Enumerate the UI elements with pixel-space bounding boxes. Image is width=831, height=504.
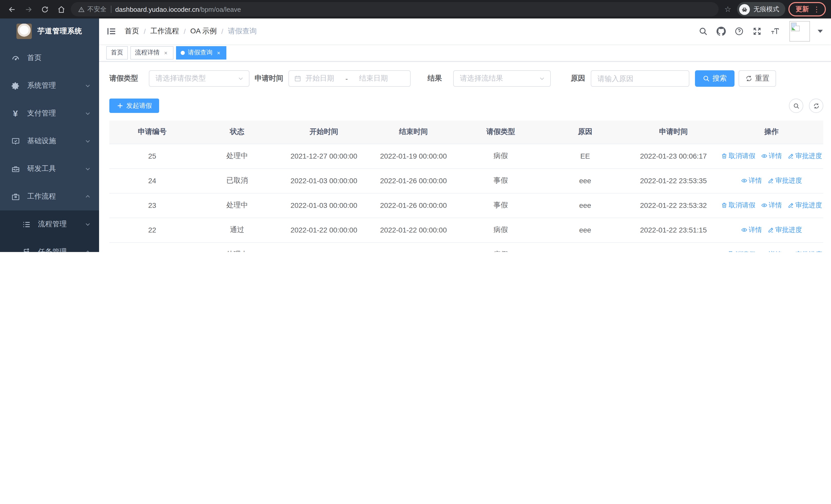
progress-action-link[interactable]: 审批进度	[787, 151, 822, 161]
progress-action-link[interactable]: 审批进度	[787, 201, 822, 210]
font-size-icon[interactable]	[768, 25, 782, 38]
browser-menu-icon[interactable]	[813, 5, 820, 13]
end-date-placeholder: 结束日期	[359, 74, 388, 83]
cell-actions: 详情审批进度	[720, 217, 823, 242]
flow-tree-icon	[22, 247, 31, 252]
calendar-icon	[294, 75, 301, 82]
breadcrumb-home[interactable]: 首页	[125, 27, 139, 36]
sidebar-logo[interactable]: 芋道管理系统	[0, 19, 99, 44]
sidebar-item-system[interactable]: 系统管理	[0, 72, 99, 99]
leave-type-select[interactable]: 请选择请假类型	[149, 70, 250, 87]
incognito-icon	[739, 4, 750, 14]
sidebar-item-process-mgmt[interactable]: 流程管理	[0, 210, 99, 238]
search-icon[interactable]	[696, 25, 710, 38]
sidebar-collapse-icon[interactable]	[106, 26, 116, 36]
cell-actions: 取消请假详情审批进度	[720, 242, 823, 252]
workflow-submenu: 流程管理 任务管理 我的流程 待办任务	[0, 210, 99, 252]
result-label: 结果	[428, 74, 442, 83]
sidebar-item-task-mgmt[interactable]: 任务管理	[0, 238, 99, 252]
close-icon[interactable]	[216, 50, 222, 56]
tag-home[interactable]: 首页	[106, 46, 128, 59]
detail-action-link[interactable]: 详情	[741, 225, 762, 235]
table-row[interactable]: 25处理中2021-12-27 00:00:002022-01-19 00:00…	[109, 144, 823, 168]
table-row[interactable]: 24已取消2022-01-03 00:00:002022-01-26 00:00…	[109, 168, 823, 193]
not-secure-warning[interactable]: 不安全	[78, 5, 107, 13]
create-leave-button[interactable]: 发起请假	[109, 98, 159, 113]
cell-applied: 2022-01-22 23:53:32	[627, 193, 720, 217]
cell-id: 21	[109, 242, 195, 252]
progress-action-link[interactable]: 审批进度	[787, 250, 822, 252]
breadcrumb-current: 请假查询	[228, 27, 257, 36]
chevron-down-icon	[85, 83, 91, 89]
cancel-action-link[interactable]: 取消请假	[721, 151, 755, 161]
cell-end: 2022-01-19 00:00:00	[369, 144, 458, 168]
warning-icon	[78, 6, 85, 12]
table-row[interactable]: 22通过2022-01-22 00:00:002022-01-22 00:00:…	[109, 217, 823, 242]
col-actions: 操作	[720, 121, 823, 144]
progress-action-link[interactable]: 审批进度	[768, 176, 802, 185]
table-body: 25处理中2021-12-27 00:00:002022-01-19 00:00…	[109, 144, 823, 252]
browser-update-button[interactable]: 更新	[789, 2, 826, 17]
avatar-caret-icon[interactable]	[818, 30, 823, 33]
back-icon[interactable]	[5, 3, 19, 16]
cell-id: 24	[109, 168, 195, 193]
tag-leave-query[interactable]: 请假查询	[176, 46, 226, 59]
detail-action-link[interactable]: 详情	[761, 201, 782, 210]
reason-input[interactable]	[598, 75, 683, 83]
cell-reason: eee	[543, 193, 627, 217]
cell-actions: 取消请假详情审批进度	[720, 144, 823, 168]
url-text: dashboard.yudao.iocoder.cn/bpm/oa/leave	[115, 5, 241, 13]
fullscreen-icon[interactable]	[750, 25, 764, 38]
col-leave-type: 请假类型	[458, 121, 543, 144]
detail-action-link[interactable]: 详情	[741, 176, 762, 185]
page-content: 请假类型 请选择请假类型 申请时间 开始日期 - 结束日期 结果 请选择流结果	[99, 62, 831, 252]
yen-icon: ¥	[11, 109, 20, 118]
cell-status: 已取消	[195, 168, 279, 193]
github-icon[interactable]	[715, 25, 728, 38]
breadcrumb-workflow[interactable]: 工作流程	[150, 27, 179, 36]
close-icon[interactable]	[163, 50, 169, 56]
sidebar: 芋道管理系统 首页 系统管理 ¥ 支付管理	[0, 19, 99, 252]
refresh-icon	[813, 102, 820, 109]
edit-icon	[787, 251, 794, 252]
navbar-actions	[696, 21, 823, 41]
filter-form: 请假类型 请选择请假类型 申请时间 开始日期 - 结束日期 结果 请选择流结果	[109, 70, 823, 87]
forward-icon[interactable]	[22, 3, 35, 16]
sidebar-item-infrastructure[interactable]: 基础设施	[0, 127, 99, 155]
detail-action-link[interactable]: 详情	[761, 250, 782, 252]
table-tools	[789, 98, 823, 113]
cancel-action-link[interactable]: 取消请假	[721, 250, 755, 252]
url-bar[interactable]: 不安全 dashboard.yudao.iocoder.cn/bpm/oa/le…	[71, 2, 719, 17]
bookmark-star-icon[interactable]	[722, 5, 734, 14]
sidebar-item-payment[interactable]: ¥ 支付管理	[0, 99, 99, 127]
progress-action-link[interactable]: 审批进度	[768, 225, 802, 235]
cancel-action-link[interactable]: 取消请假	[721, 201, 755, 210]
reset-button[interactable]: 重置	[739, 70, 776, 87]
detail-action-link[interactable]: 详情	[761, 151, 782, 161]
cell-applied: 2022-01-22 23:49:46	[627, 242, 720, 252]
refresh-table-button[interactable]	[809, 98, 823, 113]
cell-end: 2022-01-23 00:00:00	[369, 242, 458, 252]
chevron-down-icon	[85, 166, 91, 172]
avatar[interactable]	[790, 21, 810, 41]
result-select[interactable]: 请选择流结果	[453, 70, 551, 87]
cell-type: 事假	[458, 168, 543, 193]
breadcrumb-oa-example[interactable]: OA 示例	[191, 27, 217, 36]
gear-icon	[11, 81, 20, 90]
table-row[interactable]: 21处理中2022-01-22 00:00:002022-01-23 00:00…	[109, 242, 823, 252]
search-toggle-button[interactable]	[789, 98, 803, 113]
reload-icon[interactable]	[38, 3, 51, 16]
sidebar-item-home[interactable]: 首页	[0, 44, 99, 72]
sidebar-item-devtools[interactable]: 研发工具	[0, 155, 99, 183]
home-icon[interactable]	[54, 3, 68, 16]
sidebar-menu: 首页 系统管理 ¥ 支付管理 基础设施	[0, 44, 99, 252]
reason-label: 原因	[571, 74, 585, 83]
help-icon[interactable]	[733, 25, 746, 38]
cell-applied: 2022-01-23 00:06:17	[627, 144, 720, 168]
tag-process-detail[interactable]: 流程详情	[131, 46, 173, 59]
apply-time-range-picker[interactable]: 开始日期 - 结束日期	[288, 70, 411, 87]
sidebar-item-workflow[interactable]: 工作流程	[0, 183, 99, 210]
monitor-icon	[11, 137, 20, 146]
search-button[interactable]: 搜索	[695, 70, 735, 87]
table-row[interactable]: 23处理中2022-01-03 00:00:002022-01-26 00:00…	[109, 193, 823, 217]
